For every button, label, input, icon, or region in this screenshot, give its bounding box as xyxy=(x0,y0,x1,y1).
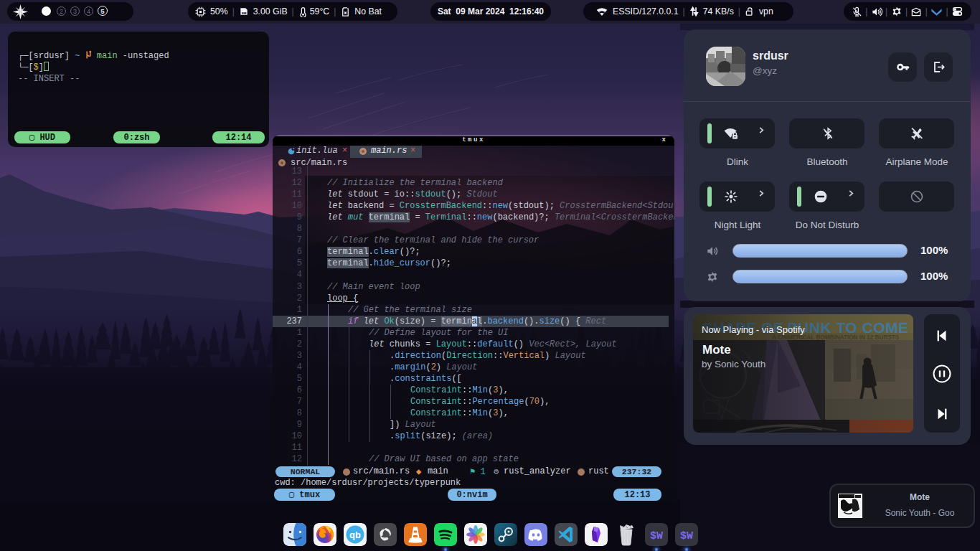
svg-text:$W: $W xyxy=(650,530,663,542)
svg-text:$W: $W xyxy=(680,530,693,542)
svg-text:qb: qb xyxy=(349,529,361,540)
